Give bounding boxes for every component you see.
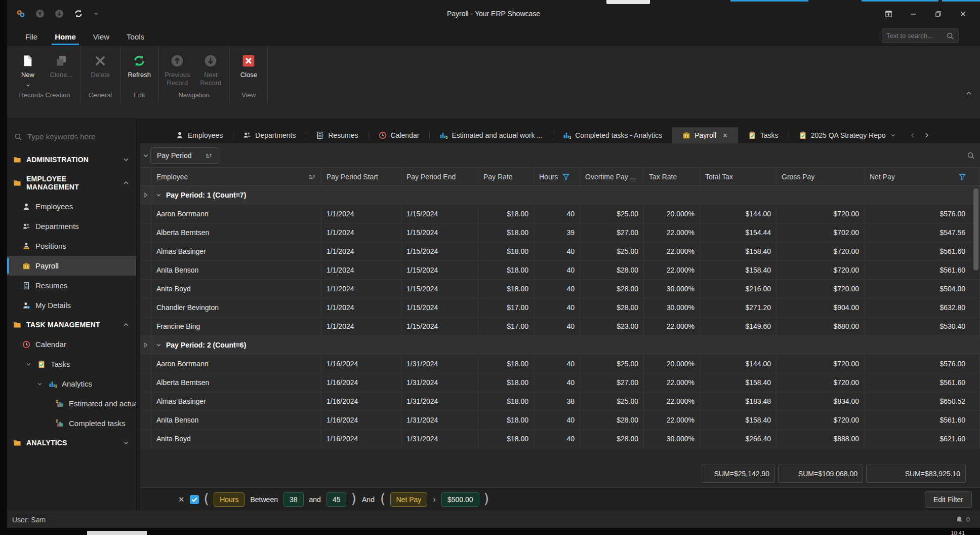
scrollbar-thumb[interactable] (973, 188, 978, 271)
sidebar-item-estimated-and-actual-work-con[interactable]: ΣEstimated and actual work con (7, 394, 136, 413)
tab-calendar[interactable]: Calendar (369, 127, 430, 143)
column-header-pay-period-end[interactable]: Pay Period End (401, 167, 478, 186)
restore-icon[interactable] (934, 10, 942, 18)
column-header-pay-period-start[interactable]: Pay Period Start (321, 167, 401, 186)
ribbon-button-refresh[interactable]: Refresh (124, 51, 155, 79)
group-row[interactable]: Pay Period: 2 (Count=6) (140, 336, 980, 355)
sidebar-item-my-details[interactable]: My Details (7, 295, 136, 315)
sidebar-item-departments[interactable]: Departments (7, 216, 136, 236)
grid-search-icon[interactable] (967, 151, 975, 160)
column-header-pay-rate[interactable]: Pay Rate (478, 167, 534, 186)
table-row[interactable]: Chandler Bevington1/1/20241/15/2024$17.0… (140, 298, 980, 317)
sidebar-item-completed-tasks[interactable]: ΣCompleted tasks (7, 413, 136, 433)
text-search-box[interactable] (882, 28, 959, 43)
tab-payroll[interactable]: Payroll✕ (672, 127, 738, 143)
chart-blue-icon: Σ (49, 380, 57, 388)
table-row[interactable]: Anita Benson1/16/20241/31/2024$18.0040$2… (140, 411, 980, 430)
group-row[interactable]: Pay Period: 1 (Count=7) (140, 186, 980, 205)
column-header-gross-pay[interactable]: Gross Pay (777, 167, 865, 186)
filter-field-hours[interactable]: Hours (214, 492, 244, 507)
filter-remove-icon[interactable]: ✕ (178, 495, 185, 504)
chevron-down-icon[interactable] (155, 191, 162, 199)
menu-view[interactable]: View (86, 29, 116, 44)
chevron-down-icon[interactable] (35, 380, 44, 388)
filter-value[interactable]: 38 (283, 492, 304, 507)
cell-tax-rate: 22.000% (644, 392, 700, 411)
tab-completed-tasks-analytics[interactable]: ΣCompleted tasks - Analytics (553, 127, 672, 143)
app-gears-icon[interactable] (16, 9, 25, 18)
vertical-scrollbar[interactable] (973, 186, 978, 470)
sidebar-search-input[interactable] (27, 132, 124, 141)
table-row[interactable]: Anita Boyd1/16/20241/31/2024$18.0040$28.… (140, 430, 980, 448)
minimize-icon[interactable] (910, 10, 917, 18)
chevron-down-icon[interactable] (890, 131, 896, 139)
taskbar-item-fragment (87, 531, 147, 535)
funnel-icon[interactable] (562, 173, 570, 181)
table-row[interactable]: Almas Basinger1/16/20241/31/2024$18.0038… (140, 392, 980, 411)
table-row[interactable]: Francine Bing1/1/20241/15/2024$17.0040$2… (140, 317, 980, 336)
group-by-chip-pay-period[interactable]: Pay Period (150, 147, 219, 164)
sidebar-section-administration[interactable]: ADMINISTRATION (7, 150, 136, 169)
table-row[interactable]: Anita Boyd1/1/20241/15/2024$18.0040$28.0… (140, 280, 980, 298)
sidebar-search-box[interactable] (7, 128, 136, 150)
sidebar-item-calendar[interactable]: Calendar (7, 334, 136, 354)
arrow-up-circle-icon[interactable] (35, 9, 45, 18)
chevron-right-icon[interactable] (923, 131, 930, 139)
tasks-icon (37, 360, 46, 368)
column-header-hours[interactable]: Hours (534, 167, 580, 186)
search-input[interactable] (886, 32, 946, 40)
menu-tools[interactable]: Tools (119, 29, 151, 44)
cell-pay-period-end: 1/15/2024 (401, 242, 478, 261)
sidebar-item-payroll[interactable]: Payroll (7, 256, 136, 276)
tab-estimated-and-actual-work-[interactable]: ΣEstimated and actual work ... (429, 127, 553, 143)
chevron-down-icon[interactable] (93, 9, 99, 18)
chevron-down-icon[interactable] (155, 341, 162, 349)
tab-close-icon[interactable]: ✕ (722, 132, 728, 139)
sidebar-section-employee-management[interactable]: EMPLOYEE MANAGEMENT (7, 169, 136, 197)
menu-file[interactable]: File (18, 29, 45, 44)
collapse-groups-icon[interactable] (141, 151, 150, 160)
table-row[interactable]: Anita Benson1/1/20241/15/2024$18.0040$28… (140, 261, 980, 280)
tab-2025-qa-strategy-repo[interactable]: 2025 QA Strategy Repo (789, 127, 907, 143)
filter-enabled-checkbox[interactable] (189, 494, 199, 505)
column-header-employee[interactable]: Employee (151, 167, 321, 186)
sidebar-item-resumes[interactable]: Resumes (7, 276, 136, 295)
tab-departments[interactable]: Departments (233, 127, 306, 143)
funnel-icon[interactable] (958, 173, 966, 181)
tab-resumes[interactable]: Resumes (306, 127, 368, 143)
dock-panel-icon[interactable] (885, 10, 892, 18)
edit-filter-button[interactable]: Edit Filter (925, 491, 972, 508)
tab-employees[interactable]: Employees (166, 127, 233, 143)
column-header-total-tax[interactable]: Total Tax (700, 167, 777, 186)
column-header-tax-rate[interactable]: Tax Rate (644, 167, 700, 186)
sidebar-section-task-management[interactable]: TASK MANAGEMENT (7, 315, 136, 334)
tab-tasks[interactable]: Tasks (738, 127, 789, 143)
filter-value[interactable]: 45 (326, 492, 347, 507)
refresh-white-icon[interactable] (74, 9, 83, 18)
sidebar-item-employees[interactable]: Employees (7, 197, 136, 216)
column-header-overtime-pay-[interactable]: Overtime Pay ... (580, 167, 644, 186)
ribbon-collapse-icon[interactable] (965, 89, 973, 97)
table-row[interactable]: Alberta Berntsen1/16/20241/31/2024$18.00… (140, 373, 980, 392)
table-row[interactable]: Aaron Borrmann1/16/20241/31/2024$18.0040… (140, 355, 980, 373)
filter-value[interactable]: $500.00 (441, 492, 479, 507)
sidebar-item-positions[interactable]: Positions (7, 236, 136, 256)
close-icon[interactable] (959, 10, 967, 18)
ribbon-button-new[interactable]: New (12, 51, 44, 88)
arrow-down-circle-icon[interactable] (55, 9, 64, 18)
sidebar-item-analytics[interactable]: ΣAnalytics (7, 374, 136, 394)
group-expand-indicator[interactable] (140, 336, 151, 355)
chevron-left-icon[interactable] (910, 131, 916, 139)
sidebar-item-tasks[interactable]: Tasks (7, 354, 136, 374)
sidebar-section-analytics[interactable]: ANALYTICS (7, 433, 136, 452)
table-row[interactable]: Almas Basinger1/1/20241/15/2024$18.0040$… (140, 242, 980, 261)
group-expand-indicator[interactable] (140, 186, 151, 205)
ribbon-button-close[interactable]: Close (233, 51, 264, 79)
notifications-bell-icon[interactable] (955, 516, 963, 524)
menu-home[interactable]: Home (48, 29, 83, 44)
filter-field-net-pay[interactable]: Net Pay (390, 492, 428, 507)
table-row[interactable]: Alberta Berntsen1/1/20241/15/2024$18.003… (140, 223, 980, 242)
table-row[interactable]: Aaron Borrmann1/1/20241/15/2024$18.0040$… (140, 205, 980, 223)
column-header-net-pay[interactable]: Net Pay (865, 167, 980, 186)
chevron-down-icon[interactable] (24, 360, 32, 368)
